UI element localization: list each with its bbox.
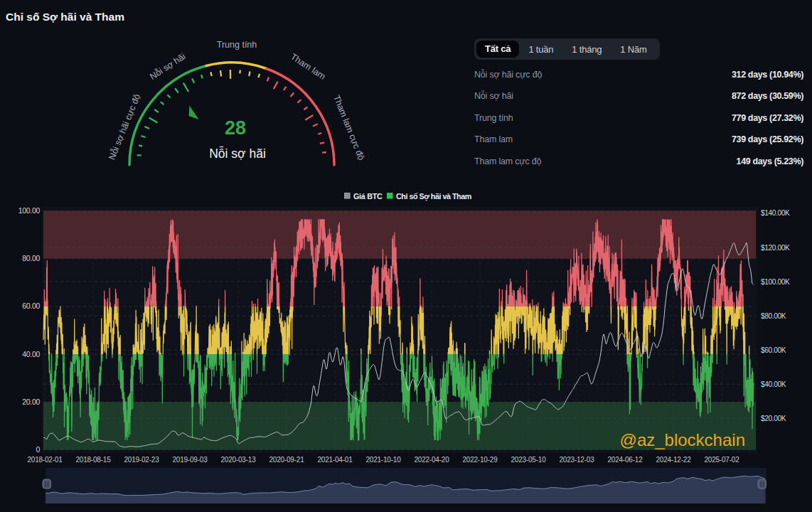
- svg-text:2020-03-13: 2020-03-13: [220, 456, 256, 464]
- svg-text:Tham lam cực độ: Tham lam cực độ: [331, 94, 366, 161]
- svg-text:40.00: 40.00: [22, 350, 40, 358]
- svg-text:80.00: 80.00: [22, 254, 40, 262]
- svg-text:2025-07-02: 2025-07-02: [704, 456, 739, 464]
- svg-text:Tham lam: Tham lam: [289, 52, 327, 82]
- svg-text:2023-12-03: 2023-12-03: [559, 456, 594, 464]
- svg-text:2019-09-03: 2019-09-03: [172, 456, 208, 464]
- svg-text:$60.00K: $60.00K: [761, 346, 786, 354]
- svg-text:Trung tính: Trung tính: [217, 40, 257, 50]
- svg-text:2021-04-01: 2021-04-01: [317, 456, 353, 464]
- svg-text:$120.00K: $120.00K: [761, 244, 790, 252]
- svg-text:100.00: 100.00: [18, 206, 41, 215]
- svg-text:2022-04-20: 2022-04-20: [414, 456, 449, 464]
- svg-text:Nỗi sợ hãi: Nỗi sợ hãi: [209, 146, 266, 161]
- svg-text:60.00: 60.00: [22, 302, 40, 310]
- svg-text:$140.00K: $140.00K: [761, 209, 790, 217]
- svg-text:2023-05-10: 2023-05-10: [511, 456, 546, 464]
- svg-text:2024-12-22: 2024-12-22: [656, 456, 691, 464]
- svg-text:Giá BTC: Giá BTC: [353, 192, 383, 201]
- svg-text:28: 28: [225, 117, 246, 139]
- svg-text:2020-09-21: 2020-09-21: [269, 456, 304, 464]
- svg-text:Nỗi sợ hãi: Nỗi sợ hãi: [148, 50, 188, 82]
- svg-text:20.00: 20.00: [22, 398, 40, 406]
- svg-text:$80.00K: $80.00K: [761, 312, 786, 320]
- svg-text:$40.00K: $40.00K: [761, 380, 786, 388]
- svg-text:$20.00K: $20.00K: [761, 415, 786, 422]
- svg-text:2021-10-10: 2021-10-10: [365, 456, 401, 464]
- svg-text:2019-02-23: 2019-02-23: [124, 456, 159, 464]
- svg-text:2022-10-29: 2022-10-29: [462, 456, 498, 464]
- svg-text:2024-06-12: 2024-06-12: [607, 456, 643, 464]
- svg-text:2018-08-15: 2018-08-15: [75, 456, 111, 464]
- svg-text:0: 0: [36, 445, 40, 454]
- svg-text:$100.00K: $100.00K: [761, 278, 790, 286]
- svg-text:2018-02-01: 2018-02-01: [27, 456, 63, 464]
- svg-text:Chỉ số Sợ hãi và Tham: Chỉ số Sợ hãi và Tham: [396, 192, 471, 201]
- svg-text:@az_blockchain: @az_blockchain: [620, 430, 745, 449]
